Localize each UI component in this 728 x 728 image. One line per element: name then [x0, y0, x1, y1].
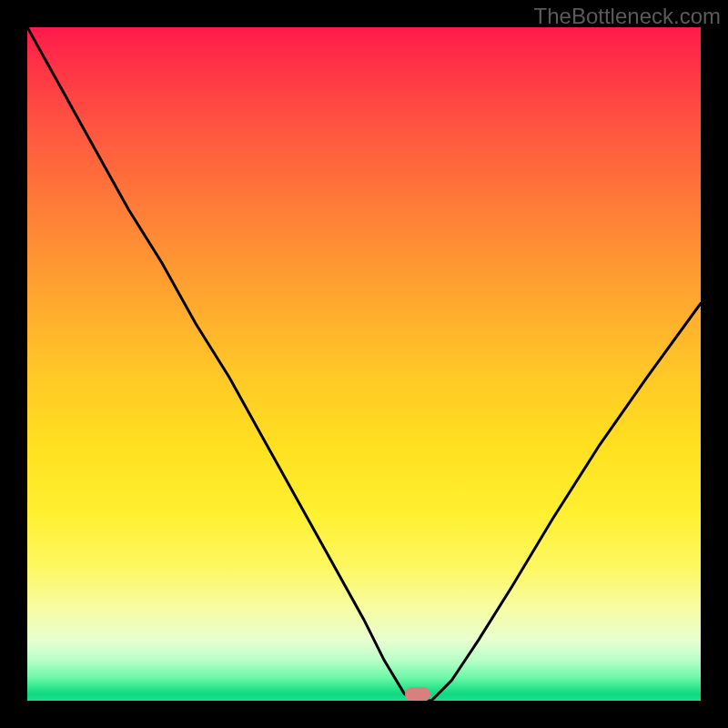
- watermark-text: TheBottleneck.com: [534, 4, 721, 29]
- plot-area: [27, 27, 701, 701]
- bottleneck-curve: [27, 27, 701, 701]
- chart-frame: TheBottleneck.com: [0, 0, 728, 728]
- optimum-marker-icon: [405, 687, 430, 701]
